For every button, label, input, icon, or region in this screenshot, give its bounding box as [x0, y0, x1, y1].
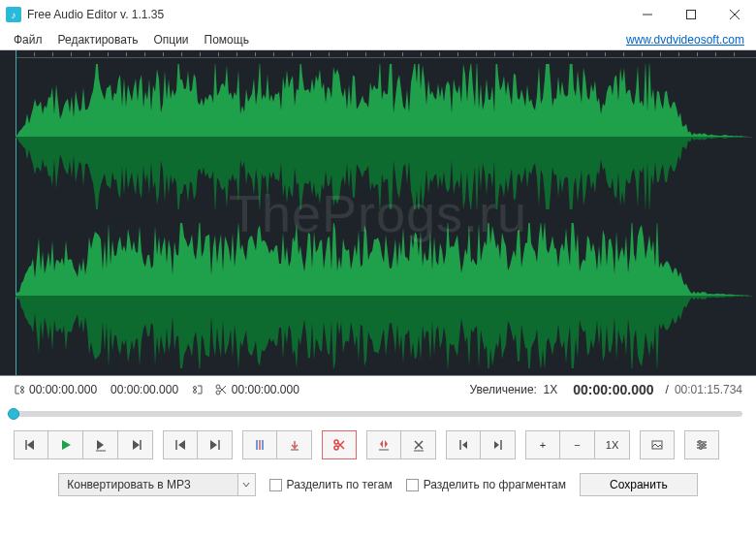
insert-marker-button[interactable] [277, 430, 312, 459]
go-start-button[interactable] [163, 430, 198, 459]
window-controls [625, 0, 756, 29]
close-button[interactable] [712, 0, 756, 29]
time-ruler [16, 50, 756, 58]
svg-marker-42 [494, 441, 499, 449]
play-button[interactable] [48, 430, 83, 459]
menu-bar: Файл Редактировать Опции Помощь www.dvdv… [0, 29, 756, 50]
svg-marker-34 [380, 440, 383, 448]
cut-button[interactable] [322, 430, 357, 459]
minimize-button[interactable] [625, 0, 669, 29]
split-by-tags-label: Разделить по тегам [287, 478, 393, 491]
svg-point-30 [334, 440, 338, 444]
trim-group [366, 430, 436, 459]
settings-group [684, 430, 719, 459]
selection-end-icon [192, 384, 204, 395]
zoom-out-button[interactable]: − [560, 430, 595, 459]
scissors-icon [214, 383, 228, 396]
save-button[interactable]: Сохранить [580, 473, 698, 496]
checkbox-box [406, 479, 419, 491]
zoom-reset-button[interactable]: 1X [595, 430, 630, 459]
position-slider-row [0, 403, 756, 425]
svg-marker-17 [97, 440, 104, 450]
menu-edit[interactable]: Редактировать [50, 31, 146, 48]
svg-marker-14 [27, 440, 34, 450]
position-slider-thumb[interactable] [8, 408, 19, 420]
marker-group [242, 430, 312, 459]
cut-time: 00:00:00.000 [232, 383, 299, 396]
selection-end-time: 00:00:00.000 [110, 383, 178, 396]
split-by-fragments-label: Разделить по фрагментам [424, 478, 566, 491]
svg-marker-19 [133, 440, 140, 450]
title-bar: Free Audio Editor v. 1.1.35 [0, 0, 756, 29]
view-group [640, 430, 675, 459]
zoom-in-button[interactable]: + [525, 430, 560, 459]
time-separator: / [666, 383, 669, 396]
playback-group [14, 430, 153, 459]
selection-start-time: 00:00:00.000 [29, 383, 97, 396]
time-info-row: 00:00:00.000 00:00:00.000 00:00:00.000 У… [0, 376, 756, 403]
svg-rect-1 [686, 11, 695, 19]
nav-group [163, 430, 233, 459]
next-marker-button[interactable] [481, 430, 516, 459]
svg-point-49 [703, 444, 706, 447]
menu-help[interactable]: Помощь [197, 31, 257, 48]
svg-point-48 [699, 441, 702, 444]
split-by-tags-checkbox[interactable]: Разделить по тегам [269, 478, 393, 491]
chevron-down-icon [237, 474, 255, 495]
waveform-area[interactable]: TheProgs.ru [0, 50, 756, 376]
go-end-button[interactable] [198, 430, 233, 459]
settings-button[interactable] [684, 430, 719, 459]
split-by-fragments-checkbox[interactable]: Разделить по фрагментам [406, 478, 566, 491]
prev-marker-button[interactable] [446, 430, 481, 459]
skip-back-button[interactable] [14, 430, 48, 459]
format-combo-value: Конвертировать в MP3 [59, 478, 236, 491]
position-time: 00:00:00.000 [573, 382, 653, 397]
cut-group [322, 430, 357, 459]
seek-group [446, 430, 516, 459]
position-slider[interactable] [14, 411, 742, 417]
trim-outside-button[interactable] [366, 430, 401, 459]
waveform-channel-right [16, 223, 752, 368]
svg-point-11 [216, 391, 220, 395]
svg-marker-41 [462, 441, 467, 449]
checkbox-box [269, 479, 282, 491]
svg-marker-23 [210, 440, 217, 450]
svg-marker-22 [178, 440, 185, 450]
set-markers-button[interactable] [242, 430, 277, 459]
menu-file[interactable]: Файл [6, 31, 50, 48]
waveform-channel-left [16, 64, 752, 209]
app-icon [6, 7, 21, 22]
image-view-button[interactable] [640, 430, 675, 459]
svg-marker-16 [62, 440, 71, 450]
svg-point-50 [700, 447, 703, 450]
toolbar: + − 1X [0, 425, 756, 459]
menu-options[interactable]: Опции [145, 31, 196, 48]
play-selection-button[interactable] [83, 430, 118, 459]
svg-point-10 [216, 385, 220, 389]
svg-marker-35 [385, 440, 388, 448]
zoom-label: Увеличение: 1X [469, 383, 557, 396]
skip-forward-button[interactable] [118, 430, 153, 459]
bottom-bar: Конвертировать в MP3 Разделить по тегам … [0, 459, 756, 496]
maximize-button[interactable] [669, 0, 712, 29]
selection-start-icon [14, 384, 25, 395]
zoom-group: + − 1X [525, 430, 630, 459]
total-time: 00:01:15.734 [675, 383, 742, 396]
website-link[interactable]: www.dvdvideosoft.com [626, 33, 744, 47]
svg-point-31 [334, 446, 338, 450]
format-combo[interactable]: Конвертировать в MP3 [58, 473, 255, 496]
delete-selection-button[interactable] [401, 430, 436, 459]
window-title: Free Audio Editor v. 1.1.35 [27, 8, 625, 21]
